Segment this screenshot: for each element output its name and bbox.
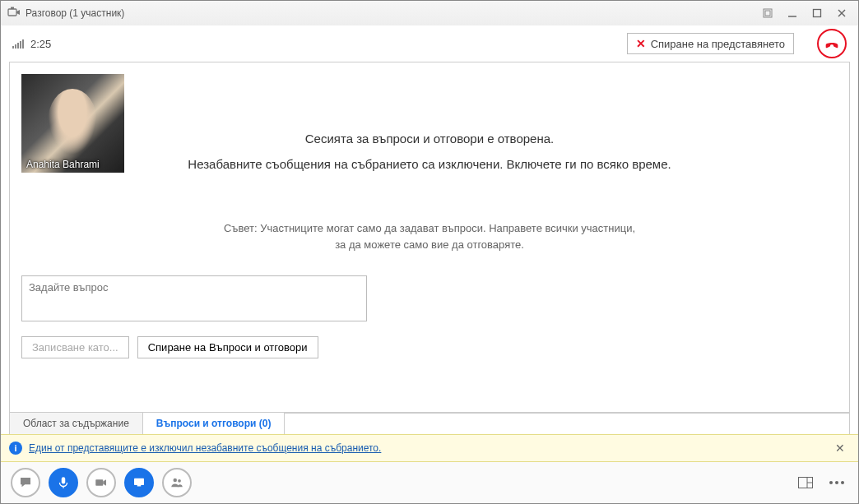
signal-icon — [12, 39, 24, 49]
more-button[interactable] — [825, 474, 848, 492]
close-window-button[interactable] — [830, 5, 853, 21]
video-button[interactable] — [86, 468, 116, 497]
svg-point-17 — [829, 481, 833, 484]
svg-rect-10 — [134, 479, 144, 485]
tip-text: Съвет: Участниците могат само да задават… — [224, 220, 635, 252]
svg-rect-9 — [95, 479, 103, 486]
svg-rect-5 — [814, 10, 821, 17]
svg-point-13 — [178, 479, 181, 483]
notification-close-button[interactable]: ✕ — [830, 440, 850, 456]
qa-buttons-row: Записване като... Спиране на Въпроси и о… — [21, 336, 838, 358]
tabs-row: Област за съдържание Въпроси и отговори … — [9, 413, 850, 434]
svg-rect-8 — [62, 477, 66, 483]
tab-qa[interactable]: Въпроси и отговори (0) — [143, 412, 286, 434]
content-panel: Anahita Bahrami Сесията за въпроси и отг… — [9, 62, 850, 413]
question-input[interactable] — [21, 275, 367, 321]
mic-button[interactable] — [49, 468, 78, 497]
stop-presenting-label: Спиране на представянето — [651, 38, 785, 50]
x-icon: ✕ — [636, 37, 646, 50]
participant-name: Anahita Bahrami — [21, 156, 104, 173]
svg-rect-0 — [8, 9, 16, 16]
info-icon: i — [9, 442, 22, 455]
svg-point-18 — [835, 481, 838, 484]
save-as-button[interactable]: Записване като... — [21, 336, 129, 358]
svg-point-12 — [174, 479, 178, 483]
svg-rect-11 — [137, 485, 142, 487]
call-duration: 2:25 — [30, 38, 51, 50]
layout-button[interactable] — [794, 474, 817, 492]
session-open-msg: Сесията за въпроси и отговори е отворена… — [21, 132, 838, 146]
stop-qa-button[interactable]: Спиране на Въпроси и отговори — [137, 336, 318, 358]
bottom-toolbar — [1, 462, 858, 503]
tab-content-area[interactable]: Област за съдържание — [10, 413, 143, 434]
svg-rect-1 — [11, 7, 14, 10]
app-icon — [7, 7, 21, 20]
tip-line-2: за да можете само вие да отговаряте. — [224, 237, 635, 253]
session-messages: Сесията за въпроси и отговори е отворена… — [21, 123, 838, 171]
svg-rect-3 — [765, 11, 770, 16]
top-strip: 2:25 ✕ Спиране на представянето — [1, 25, 858, 62]
notification-bar: i Един от представящите е изключил незаб… — [1, 434, 858, 462]
participant-avatar[interactable]: Anahita Bahrami — [21, 74, 124, 173]
svg-point-19 — [841, 481, 844, 484]
hangup-button[interactable] — [817, 29, 847, 58]
tip-line-1: Съвет: Участниците могат само да задават… — [224, 220, 635, 237]
titlebar: Разговор (1 участник) — [1, 1, 858, 25]
present-button[interactable] — [124, 468, 154, 497]
im-button[interactable] — [11, 468, 40, 497]
popout-button[interactable] — [756, 5, 779, 21]
window-title: Разговор (1 участник) — [26, 7, 124, 19]
stop-presenting-button[interactable]: ✕ Спиране на представянето — [627, 33, 794, 54]
notification-link[interactable]: Един от представящите е изключил незабав… — [29, 442, 381, 454]
session-im-off-msg: Незабавните съобщения на събранието са и… — [21, 157, 838, 171]
maximize-button[interactable] — [806, 5, 829, 21]
participants-button[interactable] — [162, 468, 192, 497]
minimize-button[interactable] — [781, 5, 804, 21]
